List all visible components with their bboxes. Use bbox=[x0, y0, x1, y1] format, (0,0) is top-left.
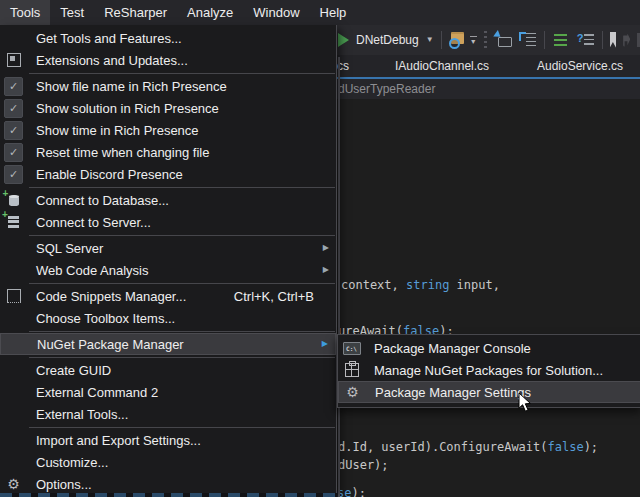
menu-item-show-solution-in-rich-presence[interactable]: ✓ Show solution in Rich Presence bbox=[0, 97, 336, 119]
checkmark-icon: ✓ bbox=[4, 121, 23, 140]
menu-bar: ToolsTestReSharperAnalyzeWindowHelp bbox=[0, 0, 640, 25]
menu-separator bbox=[29, 73, 335, 74]
chevron-down-icon[interactable]: ▼ bbox=[426, 36, 434, 44]
navigate-highlight-icon[interactable] bbox=[494, 31, 512, 49]
menu-separator bbox=[29, 427, 335, 428]
menu-item-web-code-analysis[interactable]: Web Code Analysis ▶ bbox=[0, 259, 336, 281]
menu-item-extensions-and-updates[interactable]: Extensions and Updates... bbox=[0, 49, 336, 71]
shortcut-label: Ctrl+K, Ctrl+B bbox=[234, 289, 336, 304]
code-line: d.Id, userId).ConfigureAwait(false); bbox=[338, 440, 598, 455]
snippets-icon bbox=[7, 289, 21, 303]
copy-lines-icon[interactable] bbox=[519, 31, 537, 49]
menu-separator bbox=[29, 331, 335, 332]
menu-item-import-and-export-settings[interactable]: Import and Export Settings... bbox=[0, 429, 336, 451]
tab-iaudiochannel-cs[interactable]: IAudioChannel.cs bbox=[395, 55, 489, 77]
menu-item-customize[interactable]: Customize... bbox=[0, 451, 336, 473]
menu-item-choose-toolbox-items[interactable]: Choose Toolbox Items... bbox=[0, 307, 336, 329]
menu-separator bbox=[29, 235, 335, 236]
menu-item-external-tools[interactable]: External Tools... bbox=[0, 403, 336, 425]
search-dropdown[interactable]: ▼ bbox=[470, 36, 477, 45]
menubar-item-analyze[interactable]: Analyze bbox=[177, 0, 243, 25]
code-line: se); bbox=[337, 486, 366, 497]
type-dropdown-label[interactable]: dUserTypeReader bbox=[338, 82, 435, 96]
gear-icon: ⚙ bbox=[7, 477, 20, 491]
format-indent-icon[interactable] bbox=[552, 31, 570, 49]
menu-item-package-manager-settings[interactable]: ⚙ Package Manager Settings bbox=[338, 381, 640, 403]
checkmark-icon: ✓ bbox=[4, 143, 23, 162]
menu-item-reset-time-when-changing-file[interactable]: ✓ Reset time when changing file bbox=[0, 141, 336, 163]
submenu-arrow-icon: ▶ bbox=[322, 340, 328, 348]
menu-item-get-tools-and-features[interactable]: Get Tools and Features... bbox=[0, 27, 336, 49]
nuget-package-manager-submenu: C:\ Package Manager Console Manage NuGet… bbox=[337, 334, 640, 408]
server-icon bbox=[8, 216, 19, 228]
menu-item-options[interactable]: ⚙ Options... bbox=[0, 473, 336, 493]
gear-icon: ⚙ bbox=[346, 385, 359, 399]
menu-item-connect-to-database[interactable]: Connect to Database... bbox=[0, 189, 336, 211]
menu-item-external-command-2[interactable]: External Command 2 bbox=[0, 381, 336, 403]
editor-margin-line bbox=[338, 57, 340, 497]
menu-item-code-snippets-manager[interactable]: Code Snippets Manager... Ctrl+K, Ctrl+B bbox=[0, 285, 336, 307]
menu-bottom-clip bbox=[0, 493, 337, 497]
menu-item-package-manager-console[interactable]: C:\ Package Manager Console bbox=[338, 337, 640, 359]
menu-item-show-file-name-in-rich-presence[interactable]: ✓ Show file name in Rich Presence bbox=[0, 75, 336, 97]
menubar-item-help[interactable]: Help bbox=[310, 0, 357, 25]
mouse-cursor bbox=[518, 392, 533, 413]
menu-item-connect-to-server[interactable]: Connect to Server... bbox=[0, 211, 336, 233]
file-search-icon[interactable] bbox=[449, 31, 467, 49]
code-line: dUser); bbox=[338, 458, 389, 473]
database-icon bbox=[9, 195, 19, 206]
extensions-icon bbox=[7, 53, 21, 67]
tools-menu: Get Tools and Features... Extensions and… bbox=[0, 25, 337, 493]
menu-item-enable-discord-presence[interactable]: ✓ Enable Discord Presence bbox=[0, 163, 336, 185]
bookmark-next-icon bbox=[623, 34, 630, 47]
menu-separator bbox=[29, 187, 335, 188]
toolbar-grip[interactable] bbox=[484, 31, 487, 49]
submenu-arrow-icon: ▶ bbox=[323, 244, 329, 252]
toggle-comment-icon[interactable] bbox=[577, 31, 595, 49]
run-configuration[interactable]: DNetDebug bbox=[356, 33, 419, 47]
tab-audioservice-cs[interactable]: AudioService.cs bbox=[537, 55, 623, 77]
menu-item-manage-nuget-packages-for-solution[interactable]: Manage NuGet Packages for Solution... bbox=[338, 359, 640, 381]
console-icon: C:\ bbox=[343, 342, 361, 355]
menubar-item-resharper[interactable]: ReSharper bbox=[94, 0, 177, 25]
menu-item-create-guid[interactable]: Create GUID bbox=[0, 359, 336, 381]
menu-separator bbox=[29, 357, 335, 358]
toolbar-separator bbox=[602, 31, 603, 49]
submenu-arrow-icon: ▶ bbox=[323, 266, 329, 274]
code-line: context, string input, bbox=[341, 278, 500, 293]
menu-item-show-time-in-rich-presence[interactable]: ✓ Show time in Rich Presence bbox=[0, 119, 336, 141]
menu-item-sql-server[interactable]: SQL Server ▶ bbox=[0, 237, 336, 259]
menu-separator bbox=[29, 283, 335, 284]
toolbar-separator bbox=[441, 31, 442, 49]
menubar-item-window[interactable]: Window bbox=[243, 0, 309, 25]
checkmark-icon: ✓ bbox=[4, 77, 23, 96]
package-icon bbox=[345, 363, 359, 377]
menubar-item-test[interactable]: Test bbox=[50, 0, 94, 25]
checkmark-icon: ✓ bbox=[4, 99, 23, 118]
run-play-icon[interactable] bbox=[338, 33, 349, 47]
toolbar-separator bbox=[544, 31, 545, 49]
menu-item-nuget-package-manager[interactable]: NuGet Package Manager ▶ bbox=[0, 333, 336, 355]
visual-studio-window: ToolsTestReSharperAnalyzeWindowHelp DNet… bbox=[0, 0, 640, 497]
bookmark-icon[interactable] bbox=[610, 32, 617, 48]
menubar-item-tools[interactable]: Tools bbox=[0, 0, 50, 25]
checkmark-icon: ✓ bbox=[4, 165, 23, 184]
